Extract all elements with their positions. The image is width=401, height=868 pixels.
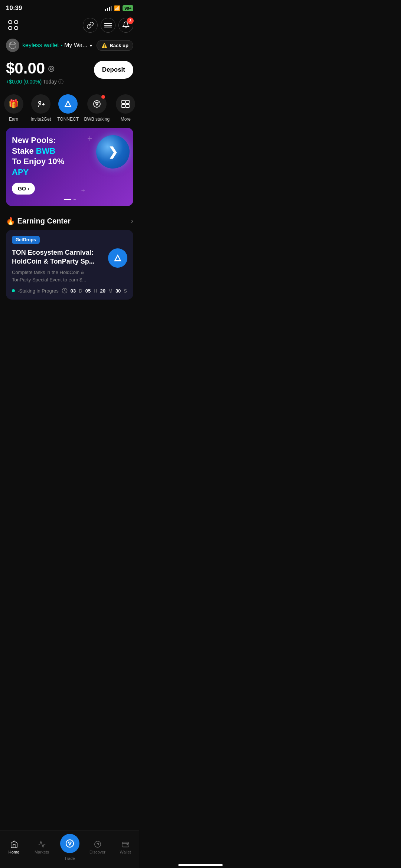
svg-rect-14 [126, 104, 129, 108]
banner-go-button[interactable]: GO › [12, 183, 35, 195]
eye-icon[interactable]: ◎ [48, 64, 54, 73]
banner-coin: ❯ [96, 135, 130, 169]
tonnect-icon-wrap [58, 94, 78, 114]
banner-dots [12, 199, 127, 200]
clock-icon [62, 288, 68, 294]
staking-dot [12, 289, 15, 292]
wallet-name: keyless wallet - My Wa... ▾ [22, 42, 92, 49]
coin-circle: ❯ [96, 135, 130, 169]
timer-seconds: 30 [115, 288, 121, 294]
top-nav: 3 [0, 15, 139, 37]
earning-center-title: 🔥 Earning Center [6, 216, 71, 225]
wallet-name-green: keyless wallet - [22, 42, 62, 48]
timer-days: 03 [71, 288, 76, 294]
balance-amount: $0.00 ◎ [6, 59, 63, 77]
balance-value: $0.00 [6, 59, 45, 77]
quick-actions: 🎁 Earn Invite2Get TONNECT [0, 91, 139, 128]
tonnect-label: TONNECT [57, 117, 79, 122]
more-label: More [121, 117, 131, 122]
balance-change-value: +$0.00 (0.00%) [6, 79, 42, 85]
deco-plus-1: + [87, 133, 92, 144]
svg-rect-13 [122, 104, 125, 108]
card-description: Complete tasks in the HoldCoin & TonPart… [12, 269, 104, 283]
bwb-icon-wrap [87, 94, 107, 114]
menu-button[interactable] [101, 18, 115, 33]
status-icons: 📶 98+ [105, 5, 133, 11]
logo-circle-2 [14, 20, 18, 24]
more-icon-wrap [116, 94, 135, 114]
balance-period: Today [43, 79, 57, 85]
svg-point-9 [94, 101, 100, 107]
timer-d-label: D [79, 288, 82, 294]
wallet-name-white: My Wa... [62, 42, 87, 48]
banner-go-label: GO › [18, 186, 29, 192]
link-button[interactable] [83, 18, 98, 33]
balance-section: $0.00 ◎ +$0.00 (0.00%) Today ⓘ Deposit [0, 56, 139, 91]
banner-dot-active [64, 199, 71, 200]
svg-rect-11 [122, 100, 125, 104]
action-more[interactable]: More [114, 94, 137, 122]
app-logo [6, 18, 21, 33]
status-time: 10:39 [6, 4, 22, 12]
svg-point-4 [39, 101, 41, 104]
banner-highlight-apy: APY [12, 167, 29, 177]
logo-grid [8, 20, 19, 30]
banner-title: New Pools: Stake BWB To Enjoy 10% APY [12, 135, 75, 177]
card-content: TON Ecosystem Carnival: HoldCoin & TonPa… [12, 248, 127, 283]
card-footer: ·Staking in Progres 03 D 05 H 20 M 30 S [12, 288, 127, 294]
card-ton-icon [108, 248, 127, 268]
wallet-header: keyless wallet - My Wa... ▾ ⚠️ Back up [0, 37, 139, 56]
notification-badge: 3 [127, 17, 134, 24]
earn-label: Earn [9, 117, 18, 122]
signal-icon [105, 6, 112, 11]
banner-highlight-bwb: BWB [36, 146, 56, 156]
chevron-down-icon: ▾ [90, 43, 92, 48]
earning-center-arrow-icon: › [131, 217, 133, 225]
staking-label: ·Staking in Progres [18, 288, 59, 294]
svg-point-3 [9, 42, 16, 49]
svg-rect-12 [126, 100, 129, 104]
action-tonnect[interactable]: TONNECT [57, 94, 79, 122]
deposit-button[interactable]: Deposit [94, 61, 133, 79]
action-earn[interactable]: 🎁 Earn [3, 94, 25, 122]
invite-label: Invite2Get [31, 117, 51, 122]
gift-icon: 🎁 [9, 99, 19, 109]
wallet-name-row[interactable]: keyless wallet - My Wa... ▾ [6, 39, 92, 52]
card-tag: GetDrops [12, 236, 40, 244]
logo-circle-1 [8, 20, 12, 24]
warning-icon: ⚠️ [101, 43, 107, 48]
earning-center-header[interactable]: 🔥 Earning Center › [0, 213, 139, 230]
backup-label: Back up [110, 43, 128, 48]
invite-icon-wrap [31, 94, 50, 114]
bwb-label: BWB staking [84, 117, 110, 122]
action-invite[interactable]: Invite2Get [30, 94, 52, 122]
balance-left: $0.00 ◎ +$0.00 (0.00%) Today ⓘ [6, 59, 63, 85]
wallet-avatar [6, 39, 19, 52]
balance-change: +$0.00 (0.00%) Today ⓘ [6, 79, 63, 85]
logo-circle-3 [8, 26, 12, 30]
earning-card[interactable]: GetDrops TON Ecosystem Carnival: HoldCoi… [6, 230, 133, 300]
timer-hours: 05 [85, 288, 91, 294]
card-text: TON Ecosystem Carnival: HoldCoin & TonPa… [12, 248, 108, 283]
timer-minutes: 20 [100, 288, 105, 294]
red-dot [101, 95, 105, 99]
banner-dot-inactive [74, 199, 76, 200]
earn-icon-wrap: 🎁 [4, 94, 23, 114]
timer-m-label: M [108, 288, 113, 294]
notification-button[interactable]: 3 [118, 18, 133, 33]
status-bar: 10:39 📶 98+ [0, 0, 139, 15]
banner-line2: To Enjoy 10% [12, 157, 64, 166]
action-bwb[interactable]: BWB staking [84, 94, 110, 122]
logo-circle-4 [14, 26, 18, 30]
deco-plus-2: + [81, 187, 85, 195]
backup-button[interactable]: ⚠️ Back up [97, 40, 133, 51]
info-icon: ⓘ [58, 79, 63, 85]
wifi-icon: 📶 [114, 5, 120, 11]
nav-right-buttons: 3 [83, 18, 133, 33]
battery-indicator: 98+ [123, 5, 133, 11]
timer-s-label: S [124, 288, 127, 294]
coin-arrow-icon: ❯ [108, 145, 118, 159]
timer-h-label: H [94, 288, 97, 294]
card-title: TON Ecosystem Carnival: HoldCoin & TonPa… [12, 248, 104, 266]
promo-banner[interactable]: + + New Pools: Stake BWB To Enjoy 10% AP… [6, 128, 133, 206]
